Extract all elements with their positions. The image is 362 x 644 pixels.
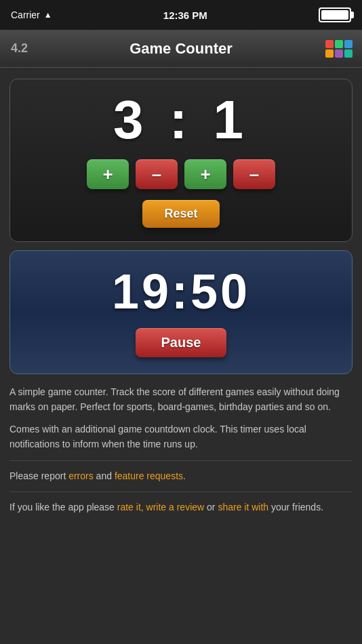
pause-button[interactable]: Pause <box>136 328 227 357</box>
header: 4.2 Game Counter <box>0 30 362 68</box>
links-section: Please report errors and feature request… <box>9 469 353 484</box>
links-paragraph: Please report errors and feature request… <box>9 469 353 484</box>
app-icon-grid[interactable] <box>325 40 353 58</box>
carrier-text: Carrier <box>11 9 40 20</box>
links-and: and <box>94 470 115 481</box>
timer-section: 19:50 Pause <box>9 250 353 374</box>
links-suffix: . <box>183 470 186 481</box>
app-title: Game Counter <box>129 40 233 58</box>
time-display: 12:36 PM <box>163 9 207 21</box>
rate-link[interactable]: rate it, write a review <box>117 502 204 512</box>
wifi-icon: ▲ <box>44 10 52 20</box>
status-left: Carrier ▲ <box>11 9 52 20</box>
review-suffix: your friends. <box>268 502 323 512</box>
right-minus-button[interactable]: – <box>233 159 275 189</box>
grid-cell <box>335 49 343 58</box>
status-bar: Carrier ▲ 12:36 PM <box>0 0 362 30</box>
grid-cell <box>325 40 334 48</box>
grid-cell <box>325 49 334 58</box>
score-display: 3 : 1 <box>113 93 249 147</box>
left-plus-button[interactable]: + <box>87 159 129 189</box>
review-or: or <box>204 502 218 512</box>
errors-link[interactable]: errors <box>68 470 94 481</box>
divider2 <box>9 491 353 492</box>
description-para2: Comes with an additional game countdown … <box>9 422 353 451</box>
grid-cell <box>344 40 353 48</box>
battery-tip <box>351 12 354 18</box>
score-controls: + – + – <box>87 159 275 189</box>
timer-display: 19:50 <box>112 267 250 316</box>
feature-requests-link[interactable]: feature requests <box>115 470 183 481</box>
description-section: A simple game counter. Track the score o… <box>9 385 353 452</box>
battery-fill <box>321 10 348 20</box>
version-label: 4.2 <box>11 41 28 56</box>
links-prefix: Please report <box>9 470 68 481</box>
battery-icon <box>319 7 351 22</box>
review-prefix: If you like the app please <box>9 502 117 512</box>
share-link[interactable]: share it with <box>218 502 268 512</box>
right-plus-button[interactable]: + <box>184 159 226 189</box>
grid-cell <box>335 40 343 48</box>
grid-cell <box>344 49 353 58</box>
review-paragraph: If you like the app please rate it, writ… <box>9 500 353 515</box>
description-para1: A simple game counter. Track the score o… <box>9 385 353 414</box>
score-section: 3 : 1 + – + – Reset <box>9 79 353 242</box>
divider1 <box>9 460 353 461</box>
reset-button[interactable]: Reset <box>142 200 219 228</box>
review-section: If you like the app please rate it, writ… <box>9 500 353 515</box>
left-minus-button[interactable]: – <box>136 159 178 189</box>
